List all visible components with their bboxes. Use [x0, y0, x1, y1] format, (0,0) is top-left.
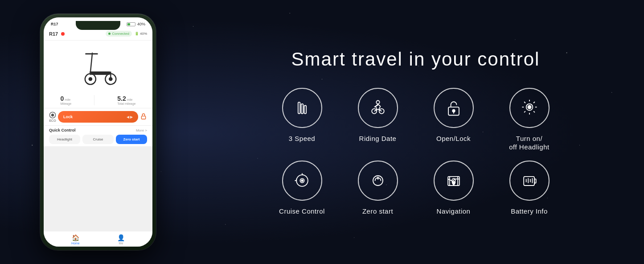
- feature-cruise-control: Cruise Control: [267, 161, 338, 216]
- riding-date-icon-wrap: [358, 88, 398, 128]
- phone-device: R17 40% R17: [40, 14, 156, 250]
- feature-open-lock: Open/Lock: [418, 88, 489, 152]
- feature-3-speed: 3 Speed: [267, 88, 338, 152]
- phone-screen-area: R17 40% R17: [44, 17, 152, 247]
- zero-start-label: Zero start: [362, 207, 393, 216]
- lock-label: Lock: [63, 115, 73, 119]
- phone-battery-text: 40%: [137, 22, 145, 26]
- me-label: Me: [119, 242, 123, 245]
- mileage-unit: mile: [65, 98, 70, 101]
- stats-row: 0 mile Mileage 5.2 mile Total mileage: [44, 92, 152, 108]
- phone-notch: [76, 21, 120, 30]
- navigation-icon: [444, 171, 464, 190]
- speed-icon: [292, 98, 312, 118]
- zero-start-icon: [368, 171, 388, 190]
- cruise-icon: [292, 171, 312, 190]
- 3-speed-icon-wrap: [282, 88, 322, 128]
- cruise-control-label: Cruise Control: [279, 207, 325, 216]
- quick-control-section: Quick Control More > Headlight Cruise Ze…: [44, 125, 152, 146]
- 3-speed-label: 3 Speed: [289, 134, 315, 143]
- headlight-label: Turn on/ off Headlight: [509, 134, 549, 152]
- phone-status-right: 40%: [127, 22, 145, 26]
- control-row: ECO Lock ◀ ▶: [44, 108, 152, 125]
- zero-start-icon-wrap: [358, 161, 398, 201]
- zero-start-quick-btn[interactable]: Zero start: [116, 135, 147, 144]
- app-header: R17 Connected 🔋 40%: [44, 28, 152, 41]
- svg-line-29: [524, 102, 525, 103]
- svg-rect-38: [524, 177, 534, 186]
- app-battery-icon: 🔋: [135, 32, 139, 36]
- mileage-label: Mileage: [61, 102, 72, 105]
- quick-control-buttons: Headlight Cruise Zero start: [49, 135, 147, 144]
- svg-line-32: [524, 111, 525, 112]
- red-dot-indicator: [61, 32, 65, 36]
- home-label: Home: [71, 242, 80, 245]
- riding-date-icon: [368, 98, 388, 118]
- svg-point-21: [452, 109, 455, 112]
- svg-rect-12: [301, 104, 303, 114]
- open-lock-label: Open/Lock: [436, 134, 471, 143]
- me-icon: 👤: [117, 234, 125, 241]
- battery-info-icon-wrap: [509, 161, 550, 201]
- feature-battery-info: Battery Info: [494, 161, 565, 216]
- navigation-label: Navigation: [437, 207, 471, 216]
- phone-model-label: R17: [51, 22, 58, 26]
- svg-point-5: [89, 77, 93, 81]
- cruise-quick-btn[interactable]: Cruise: [82, 135, 114, 144]
- svg-rect-39: [534, 179, 536, 183]
- svg-rect-13: [304, 105, 306, 113]
- riding-date-label: Riding Date: [359, 134, 397, 143]
- cruise-control-icon-wrap: [282, 161, 322, 201]
- svg-line-30: [533, 111, 535, 112]
- headline-text: Smart travel in your control: [291, 49, 540, 70]
- nav-home[interactable]: 🏠 Home: [71, 234, 80, 245]
- battery-info-icon: [520, 171, 539, 190]
- battery-info-label: Battery Info: [511, 207, 548, 216]
- padlock-icon-wrap: [140, 113, 147, 121]
- stats-divider: [94, 95, 94, 105]
- scooter-display-area: [44, 41, 152, 92]
- svg-line-31: [533, 102, 535, 103]
- battery-fill: [127, 23, 130, 25]
- total-mileage-unit: mile: [127, 98, 133, 101]
- connected-text: Connected: [112, 32, 129, 36]
- main-content: R17 40% R17: [0, 0, 644, 264]
- feature-zero-start: Zero start: [342, 161, 414, 216]
- feature-navigation: Navigation: [418, 161, 489, 216]
- quick-control-header: Quick Control More >: [49, 128, 147, 132]
- feature-riding-date: Riding Date: [342, 88, 414, 152]
- eco-button[interactable]: ECO: [49, 111, 56, 122]
- connected-dot: [108, 33, 111, 35]
- svg-point-34: [301, 180, 303, 182]
- phone-screen: R17 40% R17: [44, 17, 152, 247]
- quick-control-more: More >: [136, 128, 147, 132]
- app-title-label: R17: [49, 31, 58, 37]
- quick-control-title: Quick Control: [49, 128, 76, 132]
- features-section: Smart travel in your control 3 Speed: [187, 40, 644, 225]
- phone-battery-icon: [127, 22, 135, 26]
- home-icon: 🏠: [72, 234, 79, 241]
- eco-label: ECO: [49, 119, 56, 122]
- svg-point-24: [528, 105, 531, 108]
- open-lock-icon: [444, 98, 464, 118]
- scooter-image: [71, 44, 125, 89]
- mileage-value: 0: [61, 95, 64, 102]
- svg-point-14: [376, 100, 379, 103]
- open-lock-icon-wrap: [434, 88, 474, 128]
- nav-me[interactable]: 👤 Me: [117, 234, 125, 245]
- headlight-icon: [520, 98, 539, 118]
- svg-point-7: [109, 77, 113, 81]
- headlight-icon-wrap: [509, 88, 550, 128]
- app-battery-pct: 40%: [140, 32, 147, 36]
- mileage-stat: 0 mile Mileage: [61, 95, 72, 105]
- svg-line-0: [90, 53, 92, 72]
- headlight-quick-btn[interactable]: Headlight: [49, 135, 80, 144]
- svg-rect-10: [141, 116, 145, 119]
- lock-arrows: ◀ ▶: [127, 115, 133, 119]
- total-mileage-label: Total mileage: [117, 102, 135, 105]
- lock-button[interactable]: Lock ◀ ▶: [58, 111, 138, 123]
- total-mileage-value: 5.2: [117, 95, 126, 102]
- svg-rect-11: [298, 102, 300, 114]
- total-mileage-stat: 5.2 mile Total mileage: [117, 95, 135, 105]
- phone-section: R17 40% R17: [0, 0, 187, 264]
